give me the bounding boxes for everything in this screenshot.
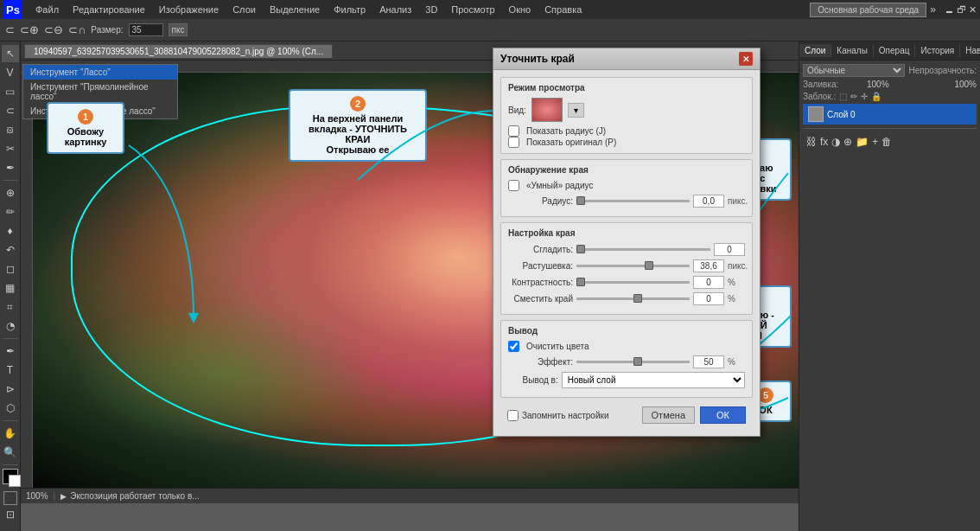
tool-stamp[interactable]: ♦ (2, 222, 19, 240)
radius-slider[interactable] (576, 200, 690, 202)
lasso-item-1[interactable]: Инструмент "Лассо" (23, 65, 177, 80)
leaf-area (71, 301, 377, 446)
clean-colors-checkbox[interactable] (508, 341, 519, 352)
shift-value[interactable]: 0 (693, 292, 724, 305)
workspace-button[interactable]: Основная рабочая среда (810, 3, 926, 17)
dialog-close-button[interactable]: ✕ (739, 52, 753, 66)
remember-checkbox[interactable] (507, 410, 519, 421)
tool-crop[interactable]: ✂ (2, 140, 19, 157)
contrast-slider[interactable] (576, 281, 690, 284)
layer-item-0[interactable]: Слой 0 (803, 104, 977, 125)
canvas-tab[interactable]: 10940597_639257039530651_308810479005228… (24, 44, 333, 58)
radius-value[interactable]: 0,0 (693, 195, 724, 208)
window-controls[interactable]: 🗕 🗗 ✕ (945, 4, 977, 16)
annotation-1: 1 Обвожу картинку (47, 102, 124, 154)
contrast-slider-thumb[interactable] (576, 278, 585, 286)
smooth-slider[interactable] (576, 248, 710, 251)
smart-radius-checkbox[interactable] (508, 180, 519, 191)
tool-type[interactable]: T (2, 361, 19, 379)
tool-lasso[interactable]: ⊂ (2, 102, 19, 119)
group-icon[interactable]: 📁 (856, 136, 869, 148)
show-original-checkbox[interactable] (508, 137, 519, 148)
tab-layers[interactable]: Слои (799, 44, 831, 57)
menu-view[interactable]: Просмотр (445, 3, 500, 16)
tool-path-select[interactable]: ⊳ (2, 381, 19, 398)
effect-value[interactable]: 50 (693, 355, 724, 368)
menu-3d[interactable]: 3D (419, 3, 443, 16)
screen-mode[interactable]: ⊡ (3, 509, 17, 522)
tool-heal[interactable]: ⊕ (2, 184, 19, 202)
panel-section-divider (803, 128, 977, 131)
contrast-value[interactable]: 0 (693, 276, 724, 289)
contrast-row: Контрастность: 0 % (508, 276, 745, 289)
size-input[interactable] (129, 23, 163, 36)
tool-hand[interactable]: ✋ (2, 425, 19, 442)
remember-label: Запомнить настройки (522, 411, 608, 420)
show-radius-checkbox[interactable] (508, 125, 519, 137)
menu-layers[interactable]: Слои (226, 3, 262, 16)
tool-select[interactable]: ↖ (2, 45, 19, 62)
lock-move-icon[interactable]: ✛ (861, 92, 868, 101)
output-dest-select[interactable]: Новый слой (562, 372, 745, 388)
tool-blur[interactable]: ⌗ (2, 298, 19, 316)
tool-gradient[interactable]: ▦ (2, 279, 19, 297)
tab-navigator[interactable]: Навигат (960, 44, 980, 57)
blend-mode-row: Обычные Непрозрачность: (803, 64, 977, 77)
smooth-slider-thumb[interactable] (576, 245, 585, 253)
fx-icon[interactable]: fx (820, 136, 828, 148)
menu-window[interactable]: Окно (503, 3, 538, 16)
feather-slider-thumb[interactable] (645, 261, 653, 270)
tool-brush[interactable]: ✏ (2, 203, 19, 221)
view-toggle-btn[interactable]: ▾ (568, 103, 584, 118)
feather-value[interactable]: 38,6 (693, 259, 724, 272)
mask-icon[interactable]: ◑ (831, 136, 840, 148)
feather-row: Растушевка: 38,6 пикс. (508, 259, 745, 272)
tab-history[interactable]: История (915, 44, 960, 57)
tool-eraser[interactable]: ◻ (2, 260, 19, 278)
feather-slider[interactable] (576, 265, 690, 267)
effect-slider-thumb[interactable] (633, 357, 642, 366)
menu-file[interactable]: Файл (29, 3, 65, 16)
view-thumbnail (531, 98, 563, 122)
menu-help[interactable]: Справка (538, 3, 588, 16)
radius-unit: пикс. (728, 196, 745, 206)
menu-analysis[interactable]: Анализ (373, 3, 417, 16)
shift-slider[interactable] (576, 297, 690, 300)
tool-eyedropper[interactable]: ✒ (2, 159, 19, 176)
menu-select[interactable]: Выделение (264, 3, 326, 16)
menu-image[interactable]: Изображение (153, 3, 225, 16)
tool-magic-wand[interactable]: ⦻ (2, 121, 19, 138)
delete-layer-icon[interactable]: 🗑 (881, 136, 892, 148)
tool-pen[interactable]: ✒ (2, 342, 19, 360)
adj-icon[interactable]: ⊕ (843, 136, 852, 148)
tool-history-brush[interactable]: ↶ (2, 241, 19, 259)
menu-edit[interactable]: Редактирование (67, 3, 151, 16)
toolbar-divider-1 (3, 180, 18, 181)
tool-marquee[interactable]: ▭ (2, 83, 19, 100)
ok-button[interactable]: ОК (700, 406, 746, 424)
lock-paint-icon[interactable]: ✏ (850, 92, 857, 101)
lasso-item-2[interactable]: Инструмент "Прямолинейное лассо" (23, 80, 177, 104)
right-panels: Слои Каналы Операц История Навигат Обычн… (799, 42, 980, 531)
tab-operations[interactable]: Операц (874, 44, 916, 57)
effect-slider[interactable] (576, 361, 690, 363)
effect-unit: % (728, 357, 745, 367)
lock-all-icon[interactable]: 🔒 (871, 92, 881, 101)
tab-channels[interactable]: Каналы (831, 44, 874, 57)
link-icon[interactable]: ⛓ (806, 136, 817, 148)
smooth-value[interactable]: 0 (714, 243, 745, 256)
tool-shape[interactable]: ⬡ (2, 400, 19, 417)
foreground-color[interactable] (3, 469, 18, 484)
cancel-button[interactable]: Отмена (642, 406, 695, 424)
workspace-expand-icon[interactable]: » (930, 3, 936, 16)
menu-filter[interactable]: Фильтр (328, 3, 372, 16)
radius-slider-thumb[interactable] (576, 196, 585, 205)
tool-move[interactable]: V (2, 64, 19, 81)
lock-transparent-icon[interactable]: ⬚ (839, 92, 847, 101)
quick-mask[interactable] (3, 491, 17, 505)
tool-zoom[interactable]: 🔍 (2, 444, 19, 461)
new-layer-icon[interactable]: + (872, 136, 878, 148)
shift-slider-thumb[interactable] (633, 294, 642, 303)
tool-dodge[interactable]: ◔ (2, 317, 19, 335)
blend-mode-select[interactable]: Обычные (803, 64, 905, 77)
